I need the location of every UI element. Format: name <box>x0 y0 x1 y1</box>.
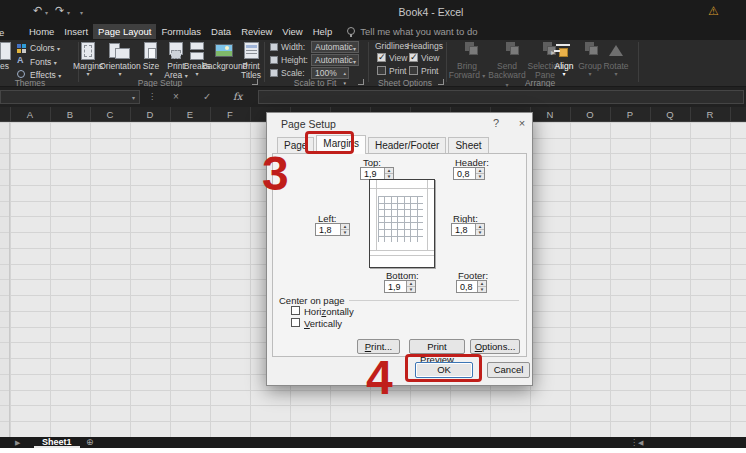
ribbon-fonts-button[interactable]: Fonts ▾ <box>30 58 57 67</box>
column-header-E[interactable]: E <box>170 107 210 122</box>
menu-tab-data[interactable]: Data <box>206 24 236 39</box>
orientation-button[interactable]: Orientation▾ <box>99 41 141 77</box>
send-backward-icon <box>487 41 527 61</box>
bring-forward-button[interactable]: Bring Forward ▾ <box>448 41 486 80</box>
margins-preview <box>369 179 435 268</box>
height-dropdown[interactable]: Automatic▾ <box>311 54 359 66</box>
sheet-options-dialog-launcher-icon[interactable] <box>438 79 444 85</box>
menu-tab-review[interactable]: Review <box>236 24 277 39</box>
print-preview-button[interactable]: Print Preview <box>409 339 465 354</box>
undo-chevron-icon[interactable]: ▾ <box>45 9 48 16</box>
group-button[interactable]: Group▾ <box>578 41 602 77</box>
row-header-gutter <box>0 122 10 437</box>
dialog-title: Page Setup <box>281 118 336 130</box>
fonts-icon: A <box>17 56 24 65</box>
sheet-tab-bar: ▶ Sheet1 ⊕ ⋮ ◀ <box>0 437 746 448</box>
header-input[interactable]: 0,8 ▲▼ <box>453 167 485 180</box>
themes-button-partial-label[interactable]: es <box>0 61 9 71</box>
width-row: Width: <box>270 41 305 53</box>
right-margin-spinner[interactable]: ▲▼ <box>475 224 484 235</box>
screenshot-bottom-margin <box>0 448 746 453</box>
footer-input[interactable]: 0,8 ▲▼ <box>456 280 487 293</box>
headings-title: Headings <box>407 41 443 51</box>
header-value: 0,8 <box>457 169 470 179</box>
formula-input[interactable] <box>258 90 744 104</box>
headings-view-checkbox[interactable] <box>409 53 418 62</box>
tell-me-box[interactable]: Tell me what you want to do <box>347 26 477 37</box>
top-margin-spinner[interactable]: ▲▼ <box>384 168 393 179</box>
menu-tab-insert[interactable]: Insert <box>59 24 93 39</box>
menu-tab-help[interactable]: Help <box>308 24 338 39</box>
menu-tab-home[interactable]: Home <box>24 24 59 39</box>
cancel-button[interactable]: Cancel <box>487 362 530 378</box>
align-button[interactable]: Align▾ <box>551 41 577 77</box>
align-icon <box>551 41 577 61</box>
redo-chevron-icon[interactable]: ▾ <box>67 9 70 16</box>
column-header-A[interactable]: A <box>10 107 50 122</box>
redo-icon[interactable]: ↷ <box>55 4 64 16</box>
column-header-F[interactable]: F <box>210 107 250 122</box>
orientation-icon <box>99 41 141 61</box>
warning-triangle-icon[interactable]: ⚠ <box>708 4 719 18</box>
themes-button-partial-icon[interactable] <box>0 42 11 60</box>
column-header-Q[interactable]: Q <box>650 107 690 122</box>
bottom-margin-input[interactable]: 1,9 ▲▼ <box>384 280 416 293</box>
page-setup-dialog-launcher-icon[interactable] <box>252 79 258 85</box>
scrollbar-grip-icon[interactable]: ⋮ <box>630 437 638 448</box>
column-header-R[interactable]: R <box>690 107 730 122</box>
right-margin-value: 1,8 <box>455 225 468 235</box>
menu-tab-formulas[interactable]: Formulas <box>156 24 206 39</box>
left-margin-spinner[interactable]: ▲▼ <box>340 224 349 235</box>
menu-tab-file[interactable]: File <box>0 25 6 40</box>
sheet-tab-sheet1[interactable]: Sheet1 <box>34 437 80 448</box>
column-header-N[interactable]: N <box>530 107 570 122</box>
chevron-down-icon[interactable]: ▾ <box>132 94 135 101</box>
help-icon[interactable]: ? <box>489 117 503 129</box>
dialog-tab-sheet[interactable]: Sheet <box>448 137 488 153</box>
close-icon[interactable]: × <box>515 117 529 129</box>
column-header-C[interactable]: C <box>90 107 130 122</box>
header-spinner[interactable]: ▲▼ <box>475 168 484 179</box>
colors-icon <box>17 44 21 48</box>
left-margin-input[interactable]: 1,8 ▲▼ <box>315 223 350 236</box>
bottom-margin-value: 1,9 <box>388 282 401 292</box>
new-sheet-icon[interactable]: ⊕ <box>86 437 94 448</box>
confirm-entry-icon[interactable]: ✓ <box>203 91 211 103</box>
sheet-nav-right-icon[interactable]: ▶ <box>15 437 20 448</box>
annotation-step-3: 3 <box>262 150 289 198</box>
undo-icon[interactable]: ↶ <box>33 4 42 16</box>
preview-table-grid <box>378 196 423 242</box>
grip-dots-icon[interactable]: ⋮ <box>148 91 156 103</box>
headings-print-checkbox[interactable] <box>409 66 418 75</box>
dialog-tab-header-footer[interactable]: Header/Footer <box>368 137 446 153</box>
gridlines-view-checkbox[interactable] <box>377 53 386 62</box>
scroll-left-icon[interactable]: ◀ <box>638 437 643 448</box>
right-margin-input[interactable]: 1,8 ▲▼ <box>451 223 485 236</box>
height-icon <box>270 56 278 64</box>
print-titles-button[interactable]: Print Titles <box>234 41 268 80</box>
rotate-button[interactable]: Rotate▾ <box>602 41 630 77</box>
bottom-margin-spinner[interactable]: ▲▼ <box>406 281 415 292</box>
cancel-entry-icon[interactable]: × <box>173 91 179 103</box>
vertically-checkbox[interactable] <box>291 318 300 327</box>
quick-access-customize-icon[interactable]: ▾ <box>80 9 83 16</box>
horizontally-checkbox[interactable] <box>291 306 300 315</box>
gridlines-print-checkbox[interactable] <box>377 66 386 75</box>
menu-tab-page-layout[interactable]: Page Layout <box>93 24 156 39</box>
ribbon-colors-button[interactable]: Colors ▾ <box>30 44 60 53</box>
insert-function-button[interactable]: fx <box>233 91 242 103</box>
width-dropdown[interactable]: Automatic▾ <box>311 41 359 53</box>
scale-to-fit-dialog-launcher-icon[interactable] <box>358 79 364 85</box>
column-header-P[interactable]: P <box>610 107 650 122</box>
column-header-B[interactable]: B <box>50 107 90 122</box>
column-header-O[interactable]: O <box>570 107 610 122</box>
menu-tab-view[interactable]: View <box>277 24 307 39</box>
name-box[interactable]: ▾ <box>0 90 140 104</box>
top-margin-value: 1,9 <box>364 169 377 179</box>
footer-spinner[interactable]: ▲▼ <box>477 281 486 292</box>
column-header-D[interactable]: D <box>130 107 170 122</box>
footer-value: 0,8 <box>460 282 473 292</box>
height-row: Height: <box>270 54 308 66</box>
title-bar: ↶ ▾ ↷ ▾ ▾ Book4 - Excel ⚠ <box>0 0 746 22</box>
options-button[interactable]: Options... <box>470 339 520 354</box>
